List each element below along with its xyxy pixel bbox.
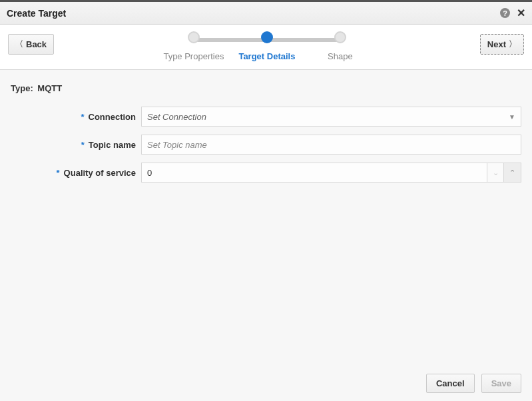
- step-dot-icon: [261, 31, 273, 43]
- stepper: Type Properties Target Details Shape: [54, 30, 480, 61]
- topic-input[interactable]: [141, 135, 521, 155]
- step-target-details[interactable]: Target Details: [230, 31, 304, 61]
- required-marker-icon: *: [81, 112, 84, 122]
- qos-increment-button[interactable]: ⌃: [504, 163, 521, 183]
- step-bar: [194, 38, 267, 42]
- chevron-left-icon: 〈: [15, 39, 23, 50]
- connection-label: Connection: [89, 112, 136, 122]
- cancel-button[interactable]: Cancel: [426, 374, 475, 393]
- form-body: Type MQTT * Connection Set Connection ▼ …: [0, 70, 532, 366]
- step-bar: [267, 38, 340, 42]
- back-button[interactable]: 〈 Back: [8, 34, 54, 55]
- next-button[interactable]: Next 〉: [480, 34, 524, 55]
- save-button-label: Save: [491, 378, 511, 388]
- qos-label: Quality of service: [64, 168, 136, 178]
- required-marker-icon: *: [57, 168, 60, 178]
- type-line: Type MQTT: [11, 83, 521, 93]
- row-connection: * Connection Set Connection ▼: [11, 107, 521, 127]
- required-marker-icon: *: [81, 140, 85, 150]
- cancel-button-label: Cancel: [436, 378, 465, 388]
- footer: Cancel Save: [0, 366, 532, 401]
- chevron-right-icon: 〉: [509, 39, 517, 50]
- row-qos: * Quality of service ⌄ ⌃: [11, 163, 521, 183]
- step-dot-icon: [334, 31, 346, 43]
- connection-placeholder: Set Connection: [147, 112, 206, 122]
- save-button[interactable]: Save: [481, 374, 521, 393]
- back-button-label: Back: [26, 39, 47, 49]
- wizard-row: 〈 Back Type Properties Target Details Sh…: [0, 25, 532, 70]
- dialog-title: Create Target: [7, 8, 66, 19]
- step-type-properties[interactable]: Type Properties: [157, 31, 230, 61]
- type-label: Type: [11, 83, 35, 93]
- titlebar: Create Target ? ✕: [0, 2, 532, 25]
- row-topic: * Topic name: [11, 135, 521, 155]
- chevron-down-icon: ▼: [509, 113, 515, 121]
- connection-select[interactable]: Set Connection ▼: [141, 107, 521, 127]
- next-button-label: Next: [487, 39, 506, 49]
- chevron-down-icon: ⌄: [493, 169, 499, 177]
- type-value: MQTT: [37, 83, 62, 93]
- step-label: Type Properties: [163, 51, 224, 61]
- step-label: Shape: [328, 51, 353, 61]
- qos-input[interactable]: [141, 163, 487, 183]
- step-label: Target Details: [238, 51, 295, 61]
- topic-label: Topic name: [89, 140, 136, 150]
- help-icon[interactable]: ?: [500, 8, 510, 18]
- step-dot-icon: [188, 31, 200, 43]
- close-icon[interactable]: ✕: [517, 8, 525, 19]
- qos-decrement-button[interactable]: ⌄: [487, 163, 504, 183]
- chevron-up-icon: ⌃: [509, 169, 515, 177]
- step-shape[interactable]: Shape: [304, 31, 377, 61]
